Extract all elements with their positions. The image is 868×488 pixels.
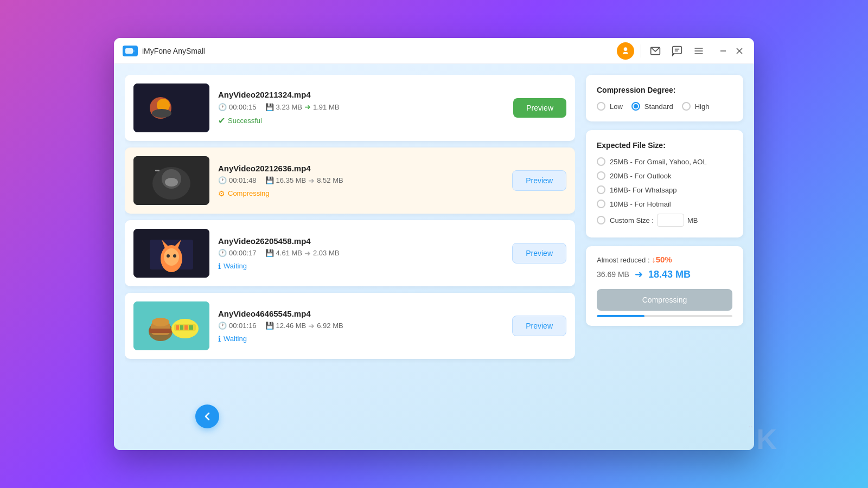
watermark: K (756, 423, 776, 455)
main-content: AnyVideo20211324.mp4 🕐 00:00:15 💾 3.23 M… (114, 64, 754, 450)
status-4: ℹ Waiting (218, 335, 503, 343)
svg-rect-36 (176, 325, 179, 330)
compression-standard-label: Standard (644, 102, 673, 111)
radio-16mb[interactable] (597, 185, 605, 194)
original-size: 36.69 MB (597, 270, 629, 279)
radio-high[interactable] (682, 102, 691, 111)
almost-reduced: Almost reduced : ↓50% (597, 255, 732, 264)
compress-button[interactable]: Compressing (597, 289, 732, 311)
app-title: iMyFone AnySmall (142, 47, 205, 55)
status-icon-1: ✔ (218, 115, 225, 126)
duration-3: 🕐 00:00:17 (218, 249, 257, 257)
custom-size-label: Custom Size : (610, 216, 654, 224)
svg-point-27 (167, 254, 170, 258)
size-option-20mb[interactable]: 20MB - For Outlook (597, 171, 732, 180)
file-meta-2: 🕐 00:01:48 💾 16.35 MB ➜ 8.52 MB (218, 176, 503, 185)
expected-size-title: Expected File Size: (597, 141, 732, 150)
file-info-2: AnyVideo20212636.mp4 🕐 00:01:48 💾 16.35 … (218, 164, 503, 198)
clock-icon-4: 🕐 (218, 322, 227, 330)
compression-degree-title: Compression Degree: (597, 86, 732, 94)
radio-custom[interactable] (597, 216, 605, 224)
svg-point-15 (152, 109, 171, 118)
radio-20mb[interactable] (597, 171, 605, 180)
compression-degree-section: Compression Degree: Low Standard High (586, 75, 743, 121)
file-meta-4: 🕐 00:01:16 💾 12.46 MB ➜ 6.92 MB (218, 322, 503, 330)
svg-rect-39 (189, 325, 193, 330)
custom-size-input[interactable] (657, 214, 684, 227)
sidebar: Compression Degree: Low Standard High (586, 75, 743, 439)
status-icon-3: ℹ (218, 262, 221, 271)
size-1: 💾 3.23 MB ➜ 1.91 MB (265, 102, 340, 111)
radio-10mb[interactable] (597, 200, 605, 208)
svg-rect-37 (180, 325, 183, 330)
svg-point-28 (173, 254, 176, 258)
file-card-2: AnyVideo20212636.mp4 🕐 00:01:48 💾 16.35 … (125, 147, 575, 214)
file-icon-4: 💾 (265, 322, 274, 330)
menu-icon[interactable] (691, 43, 706, 59)
compression-low-label: Low (610, 102, 623, 111)
app-logo: iMyFone AnySmall (123, 46, 617, 56)
logo-icon (123, 46, 138, 56)
size-option-16mb[interactable]: 16MB- For Whatsapp (597, 185, 732, 194)
arrow-icon-4: ➜ (308, 322, 315, 330)
compressed-size: 18.43 MB (648, 269, 691, 280)
arrow-icon-1: ➜ (304, 102, 311, 111)
almost-reduced-label: Almost reduced : (597, 256, 650, 264)
file-meta-1: 🕐 00:00:15 💾 3.23 MB ➜ 1.91 MB (218, 102, 505, 111)
radio-25mb[interactable] (597, 157, 605, 166)
file-name-3: AnyVideo26205458.mp4 (218, 236, 503, 246)
arrow-icon-3: ➜ (304, 249, 311, 258)
radio-low[interactable] (597, 102, 605, 111)
custom-size-unit: MB (687, 216, 698, 224)
svg-point-24 (164, 248, 179, 266)
svg-point-19 (165, 178, 178, 187)
preview-button-1[interactable]: Preview (513, 98, 566, 118)
thumbnail-4 (133, 301, 209, 350)
divider (641, 44, 641, 57)
clock-icon-1: 🕐 (218, 103, 227, 111)
radio-standard[interactable] (631, 102, 640, 111)
svg-rect-0 (125, 48, 133, 54)
status-icon-2: ⚙ (218, 189, 225, 198)
svg-marker-1 (133, 49, 135, 53)
compression-degree-options: Low Standard High (597, 102, 732, 111)
reduced-percent: ↓50% (652, 255, 672, 264)
size-option-custom[interactable]: Custom Size : MB (597, 214, 732, 227)
file-icon-1: 💾 (265, 103, 274, 111)
svg-rect-38 (184, 325, 188, 330)
size-10mb-label: 10MB - For Hotmail (610, 200, 671, 208)
preview-button-4[interactable]: Preview (512, 316, 566, 336)
stats-section: Almost reduced : ↓50% 36.69 MB ➜ 18.43 M… (586, 246, 743, 326)
preview-button-3[interactable]: Preview (512, 243, 566, 264)
mail-icon[interactable] (648, 43, 663, 59)
back-button[interactable] (195, 404, 219, 428)
size-option-25mb[interactable]: 25MB - For Gmail, Yahoo, AOL (597, 157, 732, 166)
size-row: 36.69 MB ➜ 18.43 MB (597, 268, 732, 280)
compression-high-label: High (695, 102, 710, 111)
custom-size-row: Custom Size : MB (610, 214, 698, 227)
minimize-button[interactable] (717, 45, 729, 57)
size-20mb-label: 20MB - For Outlook (610, 172, 671, 180)
size-option-10mb[interactable]: 10MB - For Hotmail (597, 200, 732, 208)
size-16mb-label: 16MB- For Whatsapp (610, 186, 677, 194)
compression-low[interactable]: Low (597, 102, 623, 111)
svg-point-32 (152, 318, 169, 326)
user-avatar[interactable] (617, 42, 634, 60)
status-3: ℹ Waiting (218, 262, 503, 271)
window-controls (717, 45, 745, 57)
titlebar-actions (617, 42, 745, 60)
file-card-4: AnyVideo46465545.mp4 🕐 00:01:16 💾 12.46 … (125, 293, 575, 359)
svg-rect-20 (155, 170, 159, 171)
compression-standard[interactable]: Standard (631, 102, 673, 111)
file-name-2: AnyVideo20212636.mp4 (218, 164, 503, 173)
file-icon-2: 💾 (265, 176, 274, 184)
compression-high[interactable]: High (682, 102, 710, 111)
close-button[interactable] (733, 45, 745, 57)
chat-icon[interactable] (669, 43, 685, 59)
file-name-1: AnyVideo20211324.mp4 (218, 90, 505, 99)
file-info-1: AnyVideo20211324.mp4 🕐 00:00:15 💾 3.23 M… (218, 90, 505, 126)
thumbnail-1 (133, 84, 209, 132)
preview-button-2[interactable]: Preview (512, 170, 566, 191)
size-4: 💾 12.46 MB ➜ 6.92 MB (265, 322, 343, 330)
expected-size-section: Expected File Size: 25MB - For Gmail, Ya… (586, 130, 743, 237)
